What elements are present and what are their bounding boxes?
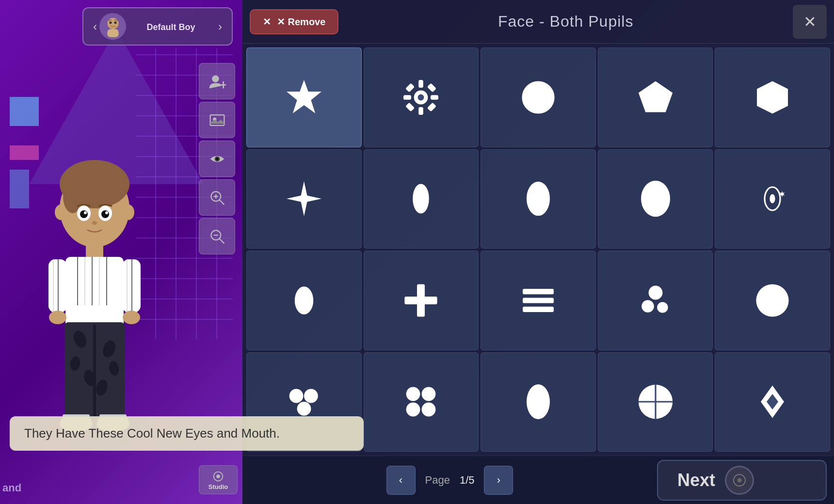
svg-point-100 bbox=[289, 389, 303, 403]
avatar bbox=[99, 13, 126, 40]
svg-point-98 bbox=[657, 302, 668, 313]
svg-point-96 bbox=[648, 285, 662, 299]
svg-point-30 bbox=[105, 211, 108, 214]
remove-button[interactable]: ✕ ✕ Remove bbox=[250, 9, 338, 34]
prev-character-button[interactable]: ‹ bbox=[91, 20, 99, 33]
sidebar-tools bbox=[199, 63, 238, 254]
next-character-button[interactable]: › bbox=[216, 20, 225, 33]
svg-rect-94 bbox=[523, 298, 554, 303]
pupil-bubbles3[interactable] bbox=[598, 251, 713, 350]
svg-point-101 bbox=[304, 389, 318, 403]
svg-rect-69 bbox=[405, 83, 415, 92]
svg-point-64 bbox=[418, 94, 424, 100]
and-text: and bbox=[2, 482, 21, 494]
svg-point-79 bbox=[418, 193, 424, 205]
svg-point-23 bbox=[55, 205, 66, 220]
panel-title: Face - Both Pupils bbox=[338, 13, 793, 31]
page-label: Page bbox=[425, 474, 450, 487]
svg-point-24 bbox=[123, 205, 134, 220]
eye-tool-button[interactable] bbox=[199, 141, 235, 177]
bottom-bar: ‹ Page 1/5 › Next bbox=[242, 456, 834, 504]
pupil-oval-double[interactable] bbox=[481, 149, 596, 249]
pupil-oval-single[interactable] bbox=[364, 149, 479, 249]
pupil-grid bbox=[242, 44, 834, 456]
svg-rect-70 bbox=[427, 83, 436, 92]
close-icon: ✕ bbox=[803, 13, 817, 31]
svg-rect-1 bbox=[107, 29, 118, 37]
next-button-label: Next bbox=[677, 470, 715, 490]
svg-point-3 bbox=[114, 21, 116, 24]
svg-point-28 bbox=[101, 210, 109, 218]
zoom-out-button[interactable] bbox=[199, 218, 235, 254]
svg-rect-93 bbox=[523, 289, 554, 294]
pupil-circle-large[interactable] bbox=[715, 251, 830, 350]
panel-header: ✕ ✕ Remove Face - Both Pupils ✕ bbox=[242, 0, 834, 44]
remove-x-icon: ✕ bbox=[263, 16, 271, 28]
pupil-oval-triple[interactable] bbox=[598, 149, 713, 249]
svg-point-46 bbox=[49, 311, 66, 324]
pupil-gear[interactable] bbox=[364, 47, 479, 147]
pupil-bubbles4[interactable] bbox=[364, 352, 479, 452]
character-name: Default Boy bbox=[126, 22, 216, 32]
next-page-arrow-button[interactable]: › bbox=[484, 466, 513, 495]
svg-point-104 bbox=[422, 387, 436, 401]
page-number: 1/5 bbox=[460, 474, 475, 487]
pupil-oval-plain[interactable] bbox=[481, 352, 596, 452]
zoom-in-button[interactable] bbox=[199, 179, 235, 216]
svg-rect-71 bbox=[405, 102, 415, 111]
pupil-radiation[interactable] bbox=[481, 47, 596, 147]
svg-point-47 bbox=[123, 311, 140, 324]
svg-point-31 bbox=[92, 221, 97, 225]
page-nav: ‹ Page 1/5 › bbox=[250, 466, 650, 495]
next-circle-icon bbox=[725, 466, 754, 495]
add-character-button[interactable] bbox=[199, 63, 235, 99]
prev-page-button[interactable]: ‹ bbox=[386, 466, 416, 495]
svg-rect-39 bbox=[65, 305, 124, 325]
svg-point-97 bbox=[642, 300, 654, 313]
svg-point-105 bbox=[406, 403, 420, 417]
dialogue-box: They Have These Cool New Eyes and Mouth. bbox=[10, 416, 364, 451]
remove-label: ✕ Remove bbox=[277, 16, 325, 28]
pupil-star4[interactable] bbox=[246, 149, 362, 249]
svg-point-103 bbox=[406, 387, 420, 401]
pupil-lines[interactable] bbox=[481, 251, 596, 350]
pupil-pentagon[interactable] bbox=[598, 47, 713, 147]
pupil-eye-sparkle[interactable] bbox=[715, 149, 830, 249]
prev-page-icon: ‹ bbox=[399, 474, 402, 487]
character-figure bbox=[10, 116, 179, 456]
svg-point-82 bbox=[536, 194, 541, 204]
next-button[interactable]: Next bbox=[657, 460, 827, 501]
svg-rect-67 bbox=[403, 95, 411, 100]
close-button[interactable]: ✕ bbox=[793, 5, 827, 39]
pupil-circle-quad[interactable] bbox=[598, 352, 713, 452]
svg-point-29 bbox=[84, 211, 87, 214]
svg-point-107 bbox=[527, 384, 550, 419]
pupil-cross[interactable] bbox=[364, 251, 479, 350]
svg-rect-55 bbox=[93, 325, 96, 419]
pupil-hexagon[interactable] bbox=[715, 47, 830, 147]
svg-point-27 bbox=[80, 210, 88, 218]
studio-label: Studio bbox=[208, 483, 228, 490]
svg-rect-65 bbox=[419, 80, 424, 88]
svg-marker-77 bbox=[287, 181, 321, 216]
pupil-heart-oval[interactable] bbox=[246, 251, 362, 350]
studio-button[interactable]: Studio bbox=[199, 465, 238, 494]
pupil-diamond[interactable] bbox=[715, 352, 830, 452]
background-button[interactable] bbox=[199, 102, 235, 138]
svg-rect-92 bbox=[405, 297, 437, 304]
svg-point-2 bbox=[109, 21, 112, 24]
svg-point-86 bbox=[654, 196, 657, 202]
svg-point-74 bbox=[533, 93, 543, 102]
svg-point-88 bbox=[770, 194, 775, 204]
svg-line-12 bbox=[219, 200, 224, 205]
svg-point-10 bbox=[216, 158, 218, 160]
svg-point-106 bbox=[422, 403, 436, 417]
pupil-star6[interactable] bbox=[246, 47, 362, 147]
svg-point-114 bbox=[738, 478, 742, 482]
svg-rect-95 bbox=[523, 307, 554, 312]
svg-marker-76 bbox=[757, 81, 788, 113]
svg-rect-68 bbox=[431, 95, 438, 100]
svg-rect-7 bbox=[210, 115, 224, 126]
svg-rect-72 bbox=[427, 102, 436, 111]
svg-line-16 bbox=[219, 238, 224, 243]
